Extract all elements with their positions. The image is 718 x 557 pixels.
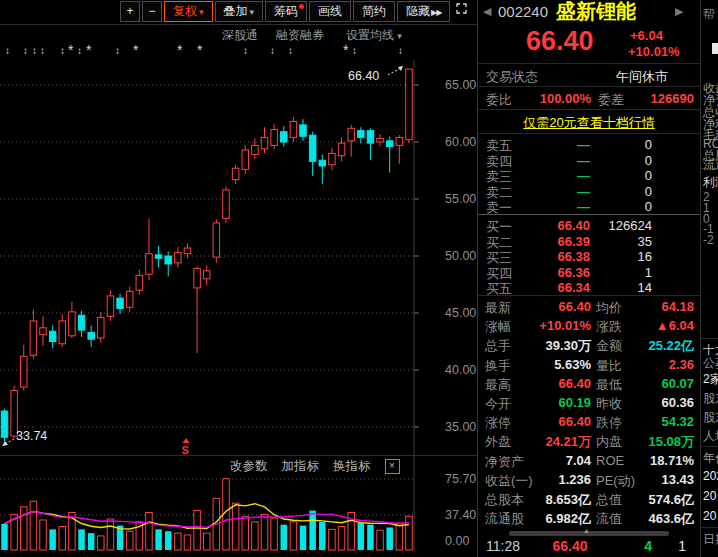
clipped-info-panel: 帮 收益净资总收净利毛利ROE总股流通利润210-1-2十大公募2家股东股东人均… (701, 0, 718, 557)
event-marker-icon: * (177, 45, 182, 56)
clipped-label: 人均 (703, 428, 718, 445)
stats-row: 总手39.30万金额25.22亿 (478, 337, 700, 356)
svg-text:35.00: 35.00 (445, 420, 476, 434)
event-marker-icon: ↕ (5, 45, 10, 57)
event-marker-icon: * (86, 45, 91, 56)
candlestick-chart[interactable]: 65.0060.0055.0050.0045.0040.0035.0066.40… (0, 60, 478, 455)
clipped-label: 股东 (703, 409, 718, 426)
buy-level-row[interactable]: 买三66.3816 (478, 249, 700, 265)
toolbar-button-复权[interactable]: 复权▾ (164, 1, 213, 22)
event-marker-icon: ↕ (23, 45, 28, 57)
last-price: 66.40 (526, 26, 594, 57)
chevron-down-icon: ▾ (250, 7, 255, 17)
pane-divider (0, 455, 477, 456)
clipped-label: 日期 (703, 531, 718, 548)
svg-text:37.40: 37.40 (445, 508, 476, 522)
stats-row: 最高66.40最低60.07 (478, 376, 700, 395)
sell-level-row[interactable]: 卖一—0 (478, 199, 700, 215)
stats-row: 收益(一)1.236PE(动)13.43 (478, 472, 700, 491)
sell-level-row[interactable]: 卖四—0 (478, 153, 700, 169)
event-marker-icon: ↕ (270, 45, 275, 57)
clipped-label: 20 (703, 509, 716, 523)
price-change: +6.04 (630, 28, 663, 43)
clipped-label: 股东 (703, 390, 718, 407)
zoom-in-button[interactable]: + (120, 1, 140, 22)
buy-level-row[interactable]: 买一66.40126624 (478, 218, 700, 234)
svg-text:S: S (182, 444, 189, 455)
clipped-label: 202 (703, 469, 718, 483)
clipped-label: 公募 (703, 355, 718, 372)
fullscreen-icon[interactable] (452, 1, 470, 20)
event-marker-icon: ↕ (77, 45, 82, 57)
notification-dot-icon (299, 4, 304, 9)
quote-panel: ◀ 002240 盛新锂能 ▶ 66.40 +6.04 +10.01% 交易状态… (478, 0, 700, 557)
svg-text:55.00: 55.00 (445, 192, 476, 206)
event-marker-icon: * (133, 45, 138, 56)
event-marker-icon: ↕ (352, 45, 357, 57)
clipped-label: 年份 (703, 450, 718, 467)
stock-name: 盛新锂能 (556, 0, 636, 25)
sell-level-row[interactable]: 卖三—0 (478, 168, 700, 184)
stats-row: 外盘24.21万内盘15.08万 (478, 433, 700, 452)
panel-resize-handle[interactable]: ▲ (509, 531, 669, 536)
stats-row: 总股本8.653亿总值574.6亿 (478, 491, 700, 510)
toolbar-button-筹码[interactable]: 筹码 (265, 1, 307, 22)
clipped-button (712, 43, 718, 54)
toolbar-button-简约[interactable]: 简约 (353, 1, 395, 22)
svg-text:65.00: 65.00 (445, 78, 476, 92)
clipped-label: 20 (703, 489, 716, 503)
svg-text:45.00: 45.00 (445, 306, 476, 320)
volume-chart[interactable]: 75.7037.400.00 (0, 455, 478, 557)
stock-terminal-window: + − 复权▾叠加▾筹码画线简约隐藏▶▶ 65.0060.0055.0050.0… (0, 0, 718, 557)
weicha-value: 126690 (628, 91, 694, 106)
tick-row: 11:2866.4041 (478, 538, 700, 556)
svg-text:60.00: 60.00 (445, 135, 476, 149)
stats-row: 涨停66.40跌停54.32 (478, 414, 700, 433)
buy-level-row[interactable]: 买二66.3935 (478, 234, 700, 250)
level2-promo-link[interactable]: 仅需20元查看十档行情 (523, 115, 654, 130)
sell-level-row[interactable]: 卖二—0 (478, 184, 700, 200)
toolbar-divider (0, 24, 477, 25)
collapse-arrow-icon: ▲ (583, 527, 590, 534)
buy-level-row[interactable]: 买四66.361 (478, 265, 700, 281)
event-marker-icon: * (197, 45, 202, 56)
zoom-out-button[interactable]: − (142, 1, 162, 22)
market-link-设置均线[interactable]: 设置均线 ▾ (346, 27, 402, 44)
event-marker-icon: ↕ (115, 45, 120, 57)
trading-status-value: 午间休市 (616, 68, 668, 86)
promo-row: 仅需20元查看十档行情 (478, 114, 700, 132)
event-marker-icon: ↕ (40, 45, 45, 57)
weibi-value: 100.00% (523, 91, 591, 106)
chart-toolbar: + − 复权▾叠加▾筹码画线简约隐藏▶▶ (120, 1, 470, 23)
svg-text:0.00: 0.00 (445, 534, 469, 548)
event-marker-icon: ↕ (398, 45, 403, 57)
clipped-label: -2 (703, 233, 714, 247)
clipped-label: 利润 (703, 174, 718, 191)
market-link-深股通[interactable]: 深股通 (222, 27, 258, 44)
svg-text:40.00: 40.00 (445, 363, 476, 377)
market-link-融资融券[interactable]: 融资融券 (276, 27, 324, 44)
clipped-top-label: 帮 (703, 6, 715, 23)
stats-row: 换手5.63%量比2.36 (478, 357, 700, 376)
event-marker-icon: ↕ (60, 45, 65, 57)
chevron-down-icon: ▾ (199, 7, 204, 17)
event-marker-icon: ↕ (32, 45, 37, 57)
prev-stock-icon[interactable]: ◀ (483, 5, 491, 18)
stock-code: 002240 (498, 3, 548, 20)
toolbar-button-叠加[interactable]: 叠加▾ (215, 1, 264, 22)
event-marker-icon: ↕ (288, 45, 293, 57)
event-marker-icon: ↕ (243, 45, 248, 57)
double-arrow-icon: ▶▶ (431, 8, 441, 17)
clipped-label: 流通 (703, 157, 718, 174)
event-marker-icon: * (68, 45, 73, 56)
buy-level-row[interactable]: 买五66.3414 (478, 280, 700, 296)
svg-text:50.00: 50.00 (445, 249, 476, 263)
next-stock-icon[interactable]: ▶ (675, 5, 683, 18)
stats-row: 最新66.40均价64.18 (478, 299, 700, 318)
stats-row: 净资产7.04ROE18.71% (478, 453, 700, 472)
svg-text:33.74: 33.74 (16, 429, 47, 443)
toolbar-button-隐藏[interactable]: 隐藏▶▶ (397, 1, 450, 22)
toolbar-button-画线[interactable]: 画线 (309, 1, 351, 22)
svg-text:66.40: 66.40 (348, 69, 379, 83)
sell-level-row[interactable]: 卖五—0 (478, 137, 700, 153)
